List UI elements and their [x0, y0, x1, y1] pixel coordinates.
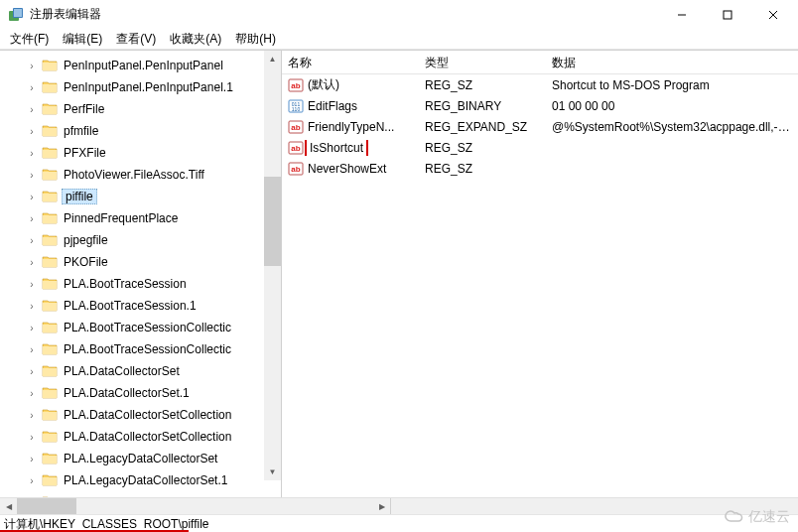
scroll-right-icon[interactable]: ▶	[373, 498, 390, 514]
chevron-right-icon[interactable]: ›	[24, 235, 40, 246]
tree-item[interactable]: ›PLA.DataCollectorSet.1	[0, 382, 281, 404]
close-button[interactable]	[750, 0, 796, 30]
chevron-right-icon[interactable]: ›	[24, 475, 40, 486]
tree-item-label: PLA.DataCollectorSetCollection	[62, 430, 233, 444]
tree-item[interactable]: ›PLA.LegacyDataCollectorSet.1	[0, 469, 281, 491]
tree-item-label: PLA.DataCollectorSet.1	[62, 386, 192, 400]
tree-item[interactable]: ›PLA.DataCollectorSetCollection	[0, 404, 281, 426]
tree-item[interactable]: ›PLA.BootTraceSession	[0, 273, 281, 295]
scroll-track[interactable]	[264, 67, 281, 464]
chevron-right-icon[interactable]: ›	[24, 323, 40, 333]
chevron-right-icon[interactable]: ›	[24, 82, 40, 93]
scroll-thumb[interactable]	[264, 177, 281, 266]
scroll-down-icon[interactable]: ▼	[264, 464, 281, 480]
tree-item[interactable]: ›pfmfile	[0, 120, 281, 142]
chevron-right-icon[interactable]: ›	[24, 148, 40, 159]
tree-item[interactable]: ›PLA.BootTraceSessionCollectic	[0, 317, 281, 338]
folder-icon	[42, 363, 58, 379]
column-header-data[interactable]: 数据	[546, 51, 798, 73]
value-name: (默认)	[308, 76, 339, 93]
tree-item[interactable]: ›pjpegfile	[0, 229, 281, 251]
value-name: EditFlags	[308, 99, 357, 113]
tree-item[interactable]: ›PLA.DataCollectorSet	[0, 360, 281, 382]
chevron-right-icon[interactable]: ›	[24, 170, 40, 181]
folder-icon	[42, 298, 58, 314]
tree-item[interactable]: ›PhotoViewer.FileAssoc.Tiff	[0, 164, 281, 186]
chevron-right-icon[interactable]: ›	[24, 192, 40, 202]
chevron-right-icon[interactable]: ›	[24, 366, 40, 377]
chevron-right-icon[interactable]: ›	[24, 454, 40, 465]
tree-item-label: PLA.BootTraceSessionCollectic	[62, 321, 233, 334]
string-value-icon	[288, 77, 304, 93]
chevron-right-icon[interactable]: ›	[24, 301, 40, 312]
list-hscroll-spacer	[408, 498, 798, 514]
chevron-right-icon[interactable]: ›	[24, 126, 40, 137]
value-row[interactable]: (默认)REG_SZShortcut to MS-DOS Program	[282, 74, 798, 95]
menu-view[interactable]: 查看(V)	[110, 30, 162, 49]
chevron-right-icon[interactable]: ›	[24, 410, 40, 421]
scroll-corner	[391, 498, 408, 514]
value-data: 01 00 00 00	[546, 99, 798, 113]
tree-item[interactable]: ›PLA.BootTraceSession.1	[0, 295, 281, 317]
tree-item[interactable]: ›PenInputPanel.PenInputPanel.1	[0, 76, 281, 98]
value-list[interactable]: (默认)REG_SZShortcut to MS-DOS ProgramEdit…	[282, 74, 798, 179]
chevron-right-icon[interactable]: ›	[24, 388, 40, 399]
value-type: REG_SZ	[419, 162, 546, 176]
value-row[interactable]: IsShortcutREG_SZ	[282, 137, 798, 158]
menu-bar: 文件(F) 编辑(E) 查看(V) 收藏夹(A) 帮助(H)	[0, 30, 798, 50]
value-name: IsShortcut	[308, 141, 365, 155]
value-data: @%SystemRoot%\System32\acppage.dll,-6005	[546, 120, 798, 134]
minimize-button[interactable]	[659, 0, 705, 30]
value-row[interactable]: EditFlagsREG_BINARY01 00 00 00	[282, 95, 798, 116]
menu-edit[interactable]: 编辑(E)	[57, 30, 108, 49]
tree-item[interactable]: ›PLA.BootTraceSessionCollectic	[0, 338, 281, 360]
folder-icon	[42, 472, 58, 488]
chevron-right-icon[interactable]: ›	[24, 279, 40, 290]
tree-item-label: piffile	[62, 189, 97, 204]
chevron-right-icon[interactable]: ›	[24, 61, 40, 71]
tree-horizontal-scrollbar[interactable]: ◀ ▶	[0, 498, 391, 514]
scroll-left-icon[interactable]: ◀	[0, 498, 17, 514]
value-row[interactable]: FriendlyTypeN...REG_EXPAND_SZ@%SystemRoo…	[282, 116, 798, 137]
menu-favorites[interactable]: 收藏夹(A)	[164, 30, 227, 49]
tree-item[interactable]: ›PLA.LegacyDataCollectorSet	[0, 448, 281, 469]
registry-tree[interactable]: ›PenInputPanel.PenInputPanel›PenInputPan…	[0, 51, 281, 497]
menu-file[interactable]: 文件(F)	[4, 30, 55, 49]
tree-item[interactable]: ›PinnedFrequentPlace	[0, 207, 281, 229]
tree-item[interactable]: ›PFXFile	[0, 142, 281, 164]
svg-rect-9	[724, 11, 732, 19]
tree-item[interactable]: ›PenInputPanel.PenInputPanel	[0, 55, 281, 76]
list-header: 名称 类型 数据	[282, 51, 798, 74]
chevron-right-icon[interactable]: ›	[24, 104, 40, 115]
chevron-right-icon[interactable]: ›	[24, 344, 40, 355]
binary-value-icon	[288, 98, 304, 114]
chevron-right-icon[interactable]: ›	[24, 432, 40, 443]
maximize-button[interactable]	[705, 0, 750, 30]
folder-icon	[42, 101, 58, 117]
chevron-right-icon[interactable]: ›	[24, 257, 40, 268]
folder-icon	[42, 341, 58, 357]
folder-icon	[42, 385, 58, 401]
scroll-track[interactable]	[17, 498, 373, 514]
folder-icon	[42, 232, 58, 248]
menu-help[interactable]: 帮助(H)	[229, 30, 282, 49]
chevron-right-icon[interactable]: ›	[24, 213, 40, 224]
tree-item[interactable]: ›piffile	[0, 186, 281, 207]
folder-icon	[42, 407, 58, 423]
column-header-type[interactable]: 类型	[419, 51, 546, 73]
folder-icon	[42, 145, 58, 161]
scroll-up-icon[interactable]: ▲	[264, 51, 281, 67]
tree-vertical-scrollbar[interactable]: ▲ ▼	[264, 51, 281, 480]
column-header-name[interactable]: 名称	[282, 51, 419, 73]
tree-item[interactable]: ›PerfFile	[0, 98, 281, 120]
tree-item[interactable]: ›PKOFile	[0, 251, 281, 273]
value-row[interactable]: NeverShowExtREG_SZ	[282, 158, 798, 179]
chevron-right-icon[interactable]: ›	[24, 497, 40, 498]
tree-item[interactable]: ›PLA.DataCollectorSetCollection	[0, 426, 281, 448]
tree-item[interactable]: ›PLA.LegacyDataCollectorSetCc	[0, 491, 281, 497]
scroll-thumb[interactable]	[17, 498, 76, 514]
value-name: FriendlyTypeN...	[308, 120, 394, 134]
tree-item-label: PenInputPanel.PenInputPanel	[62, 59, 225, 72]
folder-icon	[42, 494, 58, 497]
title-bar: 注册表编辑器	[0, 0, 798, 30]
